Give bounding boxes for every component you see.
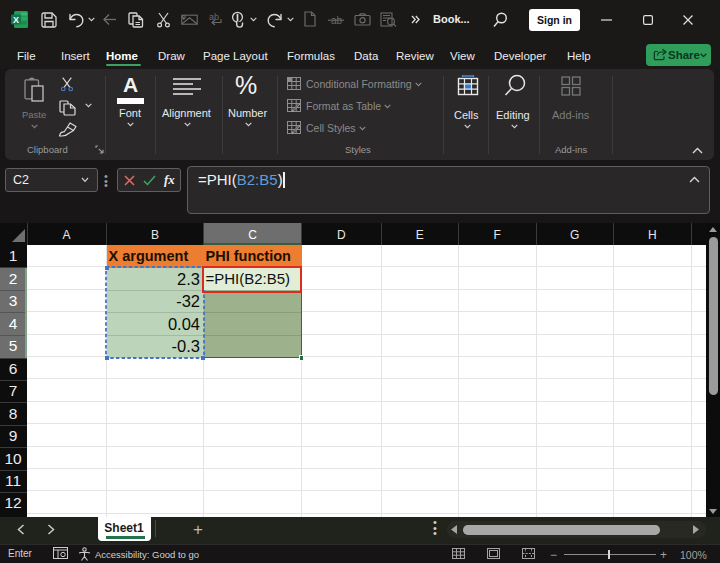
svg-text:X: X [13, 15, 19, 25]
